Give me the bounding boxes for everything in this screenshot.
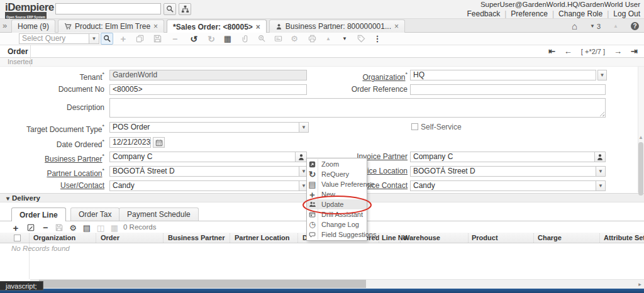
target-document-type-dropdown-button[interactable] xyxy=(299,122,309,133)
help-icon[interactable]: ? xyxy=(631,22,639,30)
chat-notes-button[interactable] xyxy=(272,33,284,45)
log-out-link[interactable]: Log Out xyxy=(613,9,640,18)
business-partner-field[interactable]: Company C xyxy=(109,152,296,162)
zoom-across-button[interactable] xyxy=(255,33,268,45)
vertical-scrollbar-thumb[interactable] xyxy=(638,142,643,196)
first-record-icon[interactable] xyxy=(548,47,555,56)
save-button[interactable] xyxy=(151,33,164,45)
column-header[interactable]: Warehouse xyxy=(403,234,440,241)
organization-dropdown-button[interactable] xyxy=(597,70,607,80)
collapse-header-icon[interactable] xyxy=(613,23,618,29)
close-icon[interactable] xyxy=(394,22,399,31)
column-header[interactable]: Product xyxy=(472,234,498,241)
find-record-button[interactable] xyxy=(101,33,113,45)
tab-home[interactable]: Home (9) xyxy=(11,19,55,33)
menu-item-field-suggestions[interactable]: Field Suggestions xyxy=(307,229,367,240)
scroll-right-icon[interactable] xyxy=(636,279,644,289)
partner-location-field[interactable]: BOGOTÁ Street D xyxy=(109,166,299,177)
invoice-contact-dropdown-button[interactable] xyxy=(596,180,606,191)
column-header[interactable]: Attribute Set Instance xyxy=(604,234,644,241)
print-button[interactable] xyxy=(306,33,318,45)
feedback-link[interactable]: Feedback xyxy=(467,9,500,18)
detail-customize-button[interactable] xyxy=(81,223,92,233)
menu-item-change-log[interactable]: Change Log xyxy=(307,219,367,229)
record-count: 0 Records xyxy=(123,223,156,231)
order-reference-field[interactable] xyxy=(410,84,606,95)
menu-item-zoom[interactable]: Zoom xyxy=(307,159,367,169)
tab-sales-order[interactable]: *Sales Order: <80005> xyxy=(167,19,267,33)
invoice-contact-field[interactable]: Candy xyxy=(410,180,596,191)
grid-toggle-button[interactable] xyxy=(221,33,234,45)
invoice-partner-search-button[interactable] xyxy=(595,152,606,162)
expand-sidebar-icon[interactable] xyxy=(3,21,7,30)
idempiere-app: iDempiere Open Source ERP System SuperUs… xyxy=(0,0,644,293)
global-search-button[interactable] xyxy=(164,3,176,15)
menu-item-new[interactable]: New xyxy=(307,189,367,199)
paperclip-icon xyxy=(242,35,250,43)
column-header[interactable]: Organization xyxy=(33,234,75,241)
detail-edit-button[interactable] xyxy=(25,223,36,233)
delete-record-button[interactable] xyxy=(169,33,181,45)
invoice-location-dropdown-button[interactable] xyxy=(596,166,606,177)
detail-record-button[interactable] xyxy=(338,33,351,45)
vertical-scrollbar[interactable] xyxy=(638,67,644,192)
tab-order-line[interactable]: Order Line xyxy=(11,207,66,221)
invoice-location-field[interactable]: BOGOTÁ Street D xyxy=(410,166,596,177)
scroll-up-icon[interactable] xyxy=(638,134,644,140)
menu-item-update[interactable]: Update xyxy=(307,199,367,209)
document-no-field[interactable]: <80005> xyxy=(109,84,307,95)
detail-split-view-button[interactable] xyxy=(95,223,106,233)
close-icon[interactable] xyxy=(256,23,260,31)
column-header[interactable]: Charge xyxy=(538,234,562,241)
horizontal-scrollbar-thumb[interactable] xyxy=(39,280,366,288)
home-icon[interactable] xyxy=(572,21,577,31)
next-record-icon[interactable] xyxy=(614,47,622,56)
target-document-type-field[interactable]: POS Order xyxy=(109,122,299,133)
search-icon xyxy=(103,35,111,43)
menu-item-value-preference[interactable]: Value Preference xyxy=(307,179,367,189)
detail-new-button[interactable] xyxy=(10,223,21,233)
close-icon[interactable] xyxy=(153,22,158,31)
copy-record-button[interactable] xyxy=(133,33,146,45)
description-field[interactable] xyxy=(109,98,606,118)
tab-payment-schedule[interactable]: Payment Schedule xyxy=(119,207,199,221)
detail-grid-view-button[interactable] xyxy=(109,223,120,233)
more-actions-button[interactable] xyxy=(371,33,384,45)
detail-process-button[interactable] xyxy=(67,223,79,233)
requery-button[interactable] xyxy=(205,33,218,45)
detail-delete-button[interactable] xyxy=(40,223,51,233)
column-header[interactable]: Order xyxy=(101,234,119,241)
self-service-label: Self-Service xyxy=(421,123,462,131)
last-record-icon[interactable] xyxy=(631,47,638,56)
invoice-partner-field[interactable]: Company C xyxy=(410,152,595,162)
new-record-button[interactable] xyxy=(117,33,130,45)
column-header[interactable]: Business Partner xyxy=(168,234,225,241)
change-role-link[interactable]: Change Role xyxy=(558,9,602,18)
global-search-input[interactable] xyxy=(55,3,161,14)
label-button[interactable] xyxy=(355,33,367,45)
menu-item-drill-assistant[interactable]: Drill Assistant xyxy=(307,209,367,219)
undo-button[interactable] xyxy=(187,33,200,45)
user-contact-field[interactable]: Candy xyxy=(109,180,299,191)
attachment-button[interactable] xyxy=(239,33,252,45)
menu-item-requery[interactable]: ReQuery xyxy=(307,169,367,179)
previous-record-icon[interactable] xyxy=(564,47,572,56)
organization-field[interactable]: HQ xyxy=(410,70,596,80)
chevron-down-icon xyxy=(590,23,595,29)
detail-save-button[interactable] xyxy=(53,223,65,233)
select-all-checkbox[interactable] xyxy=(14,235,21,241)
tab-product[interactable]: Product: Elm Elm Tree xyxy=(58,19,164,33)
column-header[interactable]: Partner Location xyxy=(235,234,289,241)
menu-lookup-button[interactable] xyxy=(179,3,191,15)
date-ordered-field[interactable]: 12/21/2023 xyxy=(109,137,151,148)
select-query-dropdown-button[interactable] xyxy=(89,33,99,44)
parent-record-button[interactable] xyxy=(322,33,335,45)
self-service-checkbox[interactable] xyxy=(411,123,418,130)
tab-order-tax[interactable]: Order Tax xyxy=(70,207,119,221)
tab-business-partner[interactable]: Business Partner: 800000001... xyxy=(269,19,405,33)
preference-link[interactable]: Preference xyxy=(511,9,548,18)
date-ordered-calendar-button[interactable] xyxy=(153,137,165,148)
select-query-combo[interactable]: Select Query xyxy=(19,33,99,44)
window-list-dropdown[interactable]: 3 xyxy=(590,23,601,30)
process-button[interactable] xyxy=(288,33,301,45)
